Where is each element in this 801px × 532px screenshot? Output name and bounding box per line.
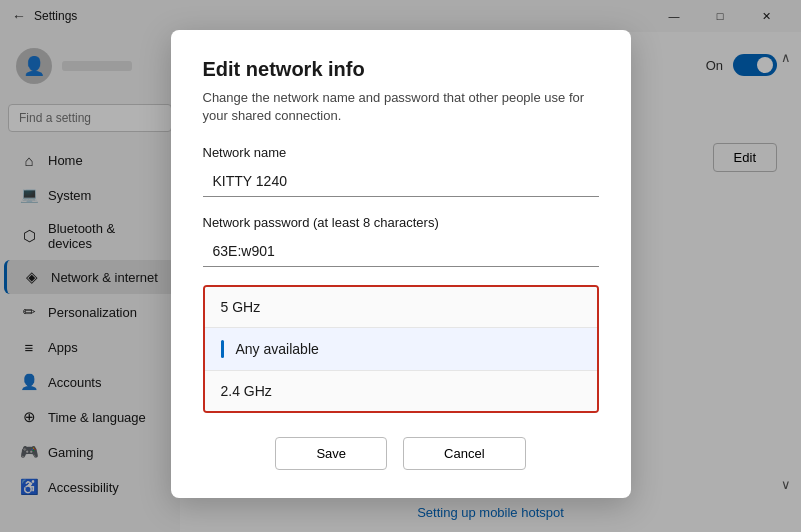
save-button[interactable]: Save (275, 437, 387, 470)
modal-overlay: Edit network info Change the network nam… (0, 0, 801, 532)
password-label: Network password (at least 8 characters) (203, 215, 599, 230)
edit-network-modal: Edit network info Change the network nam… (171, 30, 631, 498)
modal-description: Change the network name and password tha… (203, 89, 599, 125)
password-input[interactable] (203, 236, 599, 267)
frequency-selector: 5 GHzAny available2.4 GHz (203, 285, 599, 413)
modal-footer: Save Cancel (203, 437, 599, 470)
modal-title: Edit network info (203, 58, 599, 81)
freq-option-2_4ghz[interactable]: 2.4 GHz (205, 371, 597, 411)
network-name-input[interactable] (203, 166, 599, 197)
cancel-button[interactable]: Cancel (403, 437, 525, 470)
network-name-label: Network name (203, 145, 599, 160)
freq-option-any[interactable]: Any available (205, 328, 597, 371)
freq-option-5ghz[interactable]: 5 GHz (205, 287, 597, 328)
